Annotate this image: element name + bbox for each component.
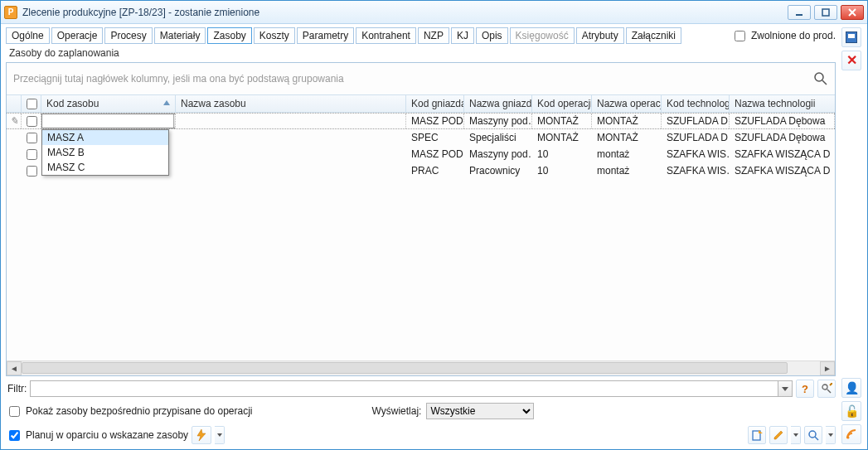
grid-header: Kod zasobu Nazwa zasobu Kod gniazda Nazw… <box>7 94 835 113</box>
svg-line-8 <box>827 390 831 393</box>
tab-parametry[interactable]: Parametry <box>297 27 354 44</box>
filter-help-button[interactable]: ? <box>796 380 814 398</box>
svg-point-7 <box>822 385 827 390</box>
svg-line-15 <box>815 437 818 440</box>
release-label: Zwolnione do prod. <box>751 30 836 41</box>
action-edit-button[interactable] <box>769 426 788 444</box>
tab-ogolne[interactable]: Ogólne <box>6 27 50 44</box>
show-direct-checkbox[interactable]: Pokaż zasoby bezpośrednio przypisane do … <box>6 404 253 419</box>
maximize-button[interactable] <box>814 5 837 20</box>
scroll-right-icon[interactable]: ► <box>820 361 835 375</box>
tab-procesy[interactable]: Procesy <box>104 27 152 44</box>
tab-kontrahent[interactable]: Kontrahent <box>356 27 416 44</box>
cancel-button[interactable]: ✕ <box>841 51 861 70</box>
titlebar: P Zlecenie produkcyjne [ZP-18/23] - zost… <box>1 1 867 24</box>
release-checkbox-input[interactable] <box>735 31 745 41</box>
plan-checkbox[interactable]: Planuj w oparciu o wskazane zasoby <box>6 428 188 443</box>
tab-atrybuty[interactable]: Atrybuty <box>576 27 624 44</box>
resources-grid: Przeciągnij tutaj nagłówek kolumny, jeśl… <box>6 62 836 376</box>
svg-point-14 <box>809 431 816 438</box>
close-button[interactable] <box>841 5 864 20</box>
svg-marker-10 <box>197 429 206 441</box>
app-window: P Zlecenie produkcyjne [ZP-18/23] - zost… <box>0 0 868 450</box>
lock-icon: 🔓 <box>845 404 859 418</box>
svg-rect-1 <box>822 9 829 16</box>
svg-line-9 <box>830 383 832 385</box>
display-select[interactable]: Wszystkie <box>426 403 534 419</box>
header-indicator <box>7 95 22 112</box>
tab-opis[interactable]: Opis <box>476 27 508 44</box>
header-nazwa-technologii[interactable]: Nazwa technologii <box>730 95 835 112</box>
svg-point-4 <box>815 73 823 81</box>
svg-marker-13 <box>774 431 783 439</box>
lock-button[interactable]: 🔓 <box>841 401 861 421</box>
window-title: Zlecenie produkcyjne [ZP-18/23] - zostan… <box>22 7 788 18</box>
plan-action-button[interactable] <box>192 426 211 444</box>
grid-body: ✎ MASZ POD Maszyny pod… MONTAŻ MONTA <box>7 113 835 360</box>
release-checkbox[interactable]: Zwolnione do prod. <box>731 28 836 44</box>
action-search-dropdown[interactable] <box>826 426 836 444</box>
sort-asc-icon <box>163 100 170 105</box>
header-kod-operacji[interactable]: Kod operacji <box>532 95 592 112</box>
edit-indicator-icon: ✎ <box>7 114 22 128</box>
horizontal-scrollbar[interactable]: ◄ ► <box>7 360 835 375</box>
row-checkbox[interactable] <box>27 133 37 143</box>
tab-zalaczniki[interactable]: Załączniki <box>626 27 681 44</box>
dropdown-item[interactable]: MASZ C <box>42 160 168 175</box>
dropdown-item[interactable]: MASZ B <box>42 145 168 160</box>
header-select-all[interactable] <box>22 95 41 112</box>
row-checkbox[interactable] <box>27 116 37 127</box>
header-nazwa-zasobu[interactable]: Nazwa zasobu <box>176 95 406 112</box>
user-button[interactable]: 👤 <box>841 378 861 398</box>
search-icon[interactable] <box>813 71 828 86</box>
svg-line-5 <box>822 80 827 85</box>
group-by-hint: Przeciągnij tutaj nagłówek kolumny, jeśl… <box>7 63 835 94</box>
scroll-thumb[interactable] <box>22 362 788 374</box>
row-checkbox[interactable] <box>27 166 37 177</box>
svg-marker-6 <box>782 387 788 391</box>
rss-button[interactable] <box>841 424 861 444</box>
save-button[interactable] <box>841 27 861 47</box>
tab-ksiegowosc: Księgowość <box>510 27 575 44</box>
kod-zasobu-combo[interactable] <box>41 114 176 128</box>
kod-zasobu-input[interactable] <box>42 114 173 128</box>
window-controls <box>788 5 864 20</box>
app-icon: P <box>4 6 17 19</box>
scroll-left-icon[interactable]: ◄ <box>7 361 22 375</box>
display-label: Wyświetlaj: <box>372 405 422 417</box>
side-actions: ✕ 👤 🔓 <box>841 27 862 444</box>
tab-materialy[interactable]: Materiały <box>154 27 206 44</box>
filter-builder-button[interactable] <box>817 380 836 398</box>
filter-label: Filtr: <box>6 383 27 394</box>
action-paste-button[interactable] <box>748 426 766 444</box>
header-kod-gniazda[interactable]: Kod gniazda <box>406 95 464 112</box>
svg-point-16 <box>847 437 850 439</box>
save-icon <box>846 31 857 43</box>
header-nazwa-gniazda[interactable]: Nazwa gniazda <box>464 95 532 112</box>
action-search-button[interactable] <box>804 426 822 444</box>
grid-row-edit[interactable]: ✎ MASZ POD Maszyny pod… MONTAŻ MONTA <box>7 113 835 129</box>
filter-input[interactable] <box>30 380 778 397</box>
rss-icon <box>846 428 857 440</box>
close-icon: ✕ <box>846 54 857 67</box>
minimize-button[interactable] <box>788 5 811 20</box>
header-nazwa-operacji[interactable]: Nazwa operacji <box>592 95 662 112</box>
tab-nzp[interactable]: NZP <box>418 27 449 44</box>
kod-zasobu-dropdown[interactable]: MASZ A MASZ B MASZ C <box>41 129 169 176</box>
tab-zasoby[interactable]: Zasoby <box>207 27 251 44</box>
tabs: Ogólne Operacje Procesy Materiały Zasoby… <box>6 27 836 44</box>
tab-operacje[interactable]: Operacje <box>51 27 104 44</box>
header-kod-zasobu[interactable]: Kod zasobu <box>41 95 176 112</box>
plan-action-dropdown[interactable] <box>215 426 225 444</box>
action-edit-dropdown[interactable] <box>791 426 801 444</box>
tab-koszty[interactable]: Koszty <box>254 27 295 44</box>
header-kod-technologii[interactable]: Kod technologii <box>662 95 730 112</box>
tab-kj[interactable]: KJ <box>451 27 474 44</box>
dropdown-item[interactable]: MASZ A <box>42 130 168 145</box>
filter-dropdown-button[interactable] <box>778 380 793 397</box>
section-title: Zasoby do zaplanowania <box>6 46 836 62</box>
user-icon: 👤 <box>845 381 859 394</box>
row-checkbox[interactable] <box>27 149 37 160</box>
